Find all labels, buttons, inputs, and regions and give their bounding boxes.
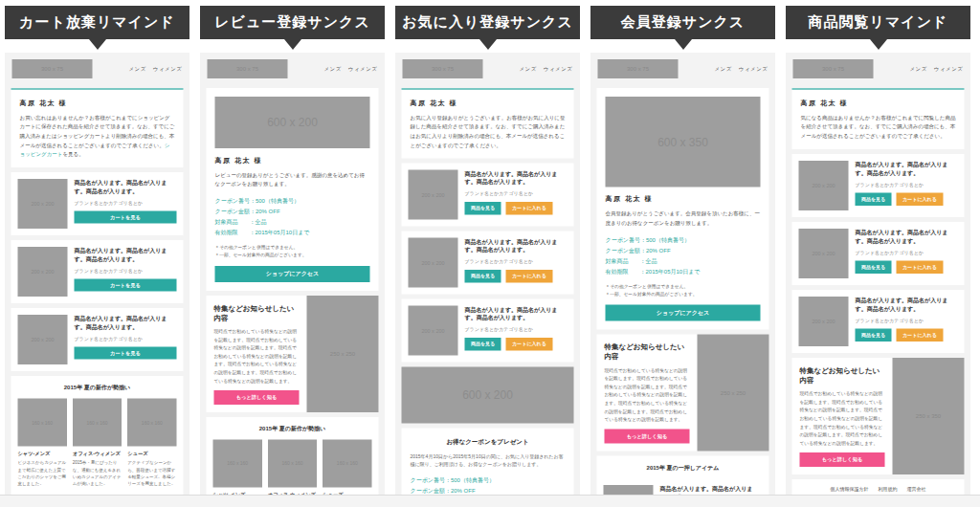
product-brand: ブランド名とかカテゴリ名とか xyxy=(75,200,177,207)
product-title: 商品名が入ります。商品名が入ります。商品名が入ります。 xyxy=(465,306,568,322)
view-item-button[interactable]: 商品を見る xyxy=(856,260,892,274)
product-image-placeholder: 200 x 200 xyxy=(18,179,68,229)
feature-body: 現時点でお勧めしている特集などの説明を記載します。現時点でお勧めしている特集など… xyxy=(605,366,690,424)
product-title: 商品名が入ります。商品名が入ります。商品名が入ります。 xyxy=(856,161,958,177)
product-row: 200 x 200 商品名が入ります。商品名が入ります。商品名が入ります。 ブラ… xyxy=(11,172,184,235)
nav-link-mens[interactable]: メンズ xyxy=(909,65,926,73)
view-cart-button[interactable]: カートを見る xyxy=(75,211,177,224)
column-cart-abandon: カート放棄リマインド 300 x 75 メンズ ウィメンズ 高原 花太 様 お買… xyxy=(5,6,189,496)
add-to-cart-button[interactable]: カートに入れる xyxy=(506,270,553,283)
coupon-notes: ＊その他クーポンと併用はできません。 ＊一部、セール対象外の商品がございます。 xyxy=(215,244,370,259)
nav-link-mens[interactable]: メンズ xyxy=(714,65,731,73)
coupon-details: クーポン番号：500（特典番号） クーポン金額：20% OFF 対象商品 ：全品… xyxy=(606,234,761,276)
view-item-button[interactable]: 商品を見る xyxy=(856,328,892,342)
add-to-cart-button[interactable]: カートに入れる xyxy=(897,328,944,342)
column-member-thanks: 会員登録サンクス 300 x 75 メンズ ウィメンズ 600 x 350 高原… xyxy=(590,6,775,496)
coupon-expiry: 有効期限 ：2015年05月10日まで xyxy=(215,228,370,238)
coupon-note: ＊一部、セール対象外の商品がございます。 xyxy=(606,290,761,298)
view-item-button[interactable]: 商品を見る xyxy=(465,270,501,283)
email-preview-browse-reminder: 300 x 75 メンズ ウィメンズ 高原 花太 様 気になる商品はありませんか… xyxy=(786,53,970,496)
column-favorite-thanks: お気に入り登録サンクス 300 x 75 メンズ ウィメンズ 高原 花太 様 お… xyxy=(395,6,580,496)
view-item-button[interactable]: 商品を見る xyxy=(856,192,892,206)
product-brand: ブランド名とかカテゴリ名とか xyxy=(856,317,958,323)
column-label-browse-reminder: 商品閲覧リマインド xyxy=(786,6,970,39)
feature-section: 特集などお知らせしたい内容 現時点でお勧めしている特集などの説明を記載します。現… xyxy=(207,296,379,412)
arrival-item[interactable]: 160 x 160 シューズ アクティブなシーンから、普段使いまで活躍する軽量シ… xyxy=(323,439,371,496)
arrival-item[interactable]: 160 x 160 オフィス-ウィメンズ 2015春・夏にぴったりな、通勤にも使… xyxy=(268,439,317,496)
label-pointer-icon xyxy=(479,39,497,50)
page-bottom-band xyxy=(0,495,980,507)
coupon-note: ＊その他クーポンと併用はできません。 xyxy=(215,244,370,252)
add-to-cart-button[interactable]: カートに入れる xyxy=(506,338,553,351)
product-row: 200 x 200 商品名が入ります。商品名が入ります。商品名が入ります。 ブラ… xyxy=(11,308,184,371)
shop-access-button[interactable]: ショップにアクセス xyxy=(606,304,761,320)
push-items-section: 2015年 夏の一押しアイテム 200 x 200 商品名が入ります。商品名が入… xyxy=(597,455,769,496)
view-item-button[interactable]: 商品を見る xyxy=(465,202,501,215)
product-brand: ブランド名とかカテゴリ名とか xyxy=(856,249,958,255)
coupon-amount: クーポン金額：20% OFF xyxy=(606,245,761,255)
column-label-favorite-thanks: お気に入り登録サンクス xyxy=(395,6,580,39)
label-pointer-icon xyxy=(870,39,887,50)
arrival-item[interactable]: 160 x 160 シューズ アクティブなシーンから、普段使いまで活躍する軽量シ… xyxy=(127,399,176,487)
nav-link-mens[interactable]: メンズ xyxy=(128,65,145,73)
coupon-number: クーポン番号：500（特典番号） xyxy=(215,195,370,206)
footer-link-privacy[interactable]: 個人情報保護方針 xyxy=(831,486,869,493)
product-image-placeholder: 200 x 200 xyxy=(409,170,458,220)
learn-more-button[interactable]: もっと詳しく知る xyxy=(605,429,690,443)
view-item-button[interactable]: 商品を見る xyxy=(465,338,501,351)
feature-section: 特集などお知らせしたい内容 現時点でお勧めしている特集などの説明を記載します。現… xyxy=(597,334,769,451)
nav-link-womens[interactable]: ウィメンズ xyxy=(934,65,964,73)
coupon-present-title: お得なクーポンをプレゼント xyxy=(411,438,566,447)
nav-link-womens[interactable]: ウィメンズ xyxy=(153,65,183,73)
coupon-notes: ＊その他クーポンと併用はできません。 ＊一部、セール対象外の商品がございます。 xyxy=(606,282,761,298)
greeting-card: 高原 花太 様 お買い忘れはありませんか？お客様がこれまでにショッピングカートに… xyxy=(11,88,184,167)
arrival-name: オフィス-ウィメンズ xyxy=(73,451,122,457)
intro-text: 気になる商品はありませんか？お客様がこれまでに閲覧した商品を紹介させて頂きます。… xyxy=(801,113,956,141)
product-image-placeholder: 200 x 200 xyxy=(799,161,849,210)
label-pointer-icon xyxy=(675,39,692,50)
banner-image-placeholder[interactable]: 600 x 200 xyxy=(402,367,574,424)
product-image-placeholder: 200 x 200 xyxy=(409,238,458,288)
coupon-target: 対象商品 ：全品 xyxy=(606,255,761,266)
hero-image-placeholder: 600 x 350 xyxy=(606,97,761,187)
nav-link-womens[interactable]: ウィメンズ xyxy=(544,65,573,73)
new-arrivals-section: 2015年 夏の新作が勢揃い 160 x 160 シャツ-メンズ ビジネスからカ… xyxy=(207,417,379,496)
view-cart-button[interactable]: カートを見る xyxy=(75,279,177,292)
nav-link-womens[interactable]: ウィメンズ xyxy=(348,65,378,73)
learn-more-button[interactable]: もっと詳しく知る xyxy=(800,452,885,467)
product-title: 商品名が入ります。商品名が入ります。商品名が入ります。 xyxy=(75,315,177,331)
arrival-item[interactable]: 160 x 160 シャツ-メンズ ビジネスからカジュアルまで幅広に使えた上質で… xyxy=(18,399,67,487)
feature-image-placeholder: 250 x 250 xyxy=(307,296,379,412)
add-to-cart-button[interactable]: カートに入れる xyxy=(897,260,944,274)
add-to-cart-button[interactable]: カートに入れる xyxy=(506,202,553,215)
arrival-desc: 2015春・夏にぴったりな、通勤にも使えるきれいめカジュアルのアイテムが揃いまし… xyxy=(73,459,122,487)
email-preview-cart-abandon: 300 x 75 メンズ ウィメンズ 高原 花太 様 お買い忘れはありませんか？… xyxy=(5,53,189,496)
product-brand: ブランド名とかカテゴリ名とか xyxy=(465,190,568,197)
greeting-name: 高原 花太 様 xyxy=(20,99,175,107)
greeting-card: 高原 花太 様 お気に入り登録ありがとうございます。お客様がお気に入りに登録した… xyxy=(402,88,574,159)
footer-link-terms[interactable]: 利用規約 xyxy=(879,486,898,493)
product-title: 商品名が入ります。商品名が入ります。商品名が入ります。 xyxy=(856,229,958,245)
template-columns: カート放棄リマインド 300 x 75 メンズ ウィメンズ 高原 花太 様 お買… xyxy=(0,0,980,496)
product-image-placeholder: 200 x 200 xyxy=(799,229,849,278)
email-footer: 個人情報保護方針 利用規約 運営会社 xyxy=(792,479,965,496)
label-pointer-icon xyxy=(89,39,106,50)
arrival-item[interactable]: 160 x 160 シャツ-メンズ ビジネスからカジュアルまで幅広に使えた上質で… xyxy=(213,439,262,496)
coupon-amount: クーポン金額：20% OFF xyxy=(215,206,370,216)
learn-more-button[interactable]: もっと詳しく知る xyxy=(214,390,300,405)
coupon-note: ＊一部、セール対象外の商品がございます。 xyxy=(215,252,370,259)
logo-placeholder: 300 x 75 xyxy=(208,59,288,78)
footer-link-company[interactable]: 運営会社 xyxy=(907,486,926,493)
email-preview-favorite-thanks: 300 x 75 メンズ ウィメンズ 高原 花太 様 お気に入り登録ありがとうご… xyxy=(395,53,580,496)
view-cart-button[interactable]: カートを見る xyxy=(75,347,177,360)
nav-link-mens[interactable]: メンズ xyxy=(323,65,341,73)
product-brand: ブランド名とかカテゴリ名とか xyxy=(75,268,177,275)
add-to-cart-button[interactable]: カートに入れる xyxy=(897,192,944,206)
shop-access-button[interactable]: ショップにアクセス xyxy=(215,266,370,282)
nav-link-womens[interactable]: ウィメンズ xyxy=(739,65,768,73)
nav-link-mens[interactable]: メンズ xyxy=(519,65,536,73)
arrival-item[interactable]: 160 x 160 オフィス-ウィメンズ 2015春・夏にぴったりな、通勤にも使… xyxy=(73,399,122,487)
greeting-name: 高原 花太 様 xyxy=(606,195,761,204)
intro-text: お気に入り登録ありがとうございます。お客様がお気に入りに登録した商品を紹介させて… xyxy=(411,113,566,150)
column-label-member-thanks: 会員登録サンクス xyxy=(590,6,775,39)
